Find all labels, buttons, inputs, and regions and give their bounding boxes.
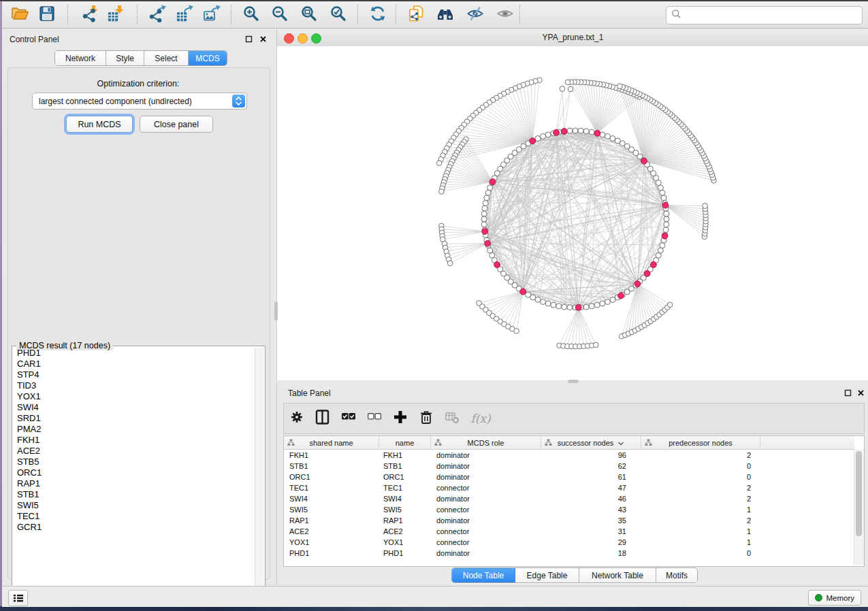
zoom-selected-button[interactable] xyxy=(327,4,350,25)
run-mcds-button[interactable]: Run MCDS xyxy=(66,116,133,133)
zoom-fit-button[interactable] xyxy=(298,4,321,25)
mcds-result-item[interactable]: ORC1 xyxy=(13,467,255,478)
add-column-button[interactable] xyxy=(387,406,413,431)
mcds-result-item[interactable]: FKH1 xyxy=(13,435,255,446)
delete-table-button[interactable] xyxy=(439,406,465,431)
mcds-result-item[interactable]: SWI4 xyxy=(13,402,255,413)
hide-selected-button[interactable] xyxy=(464,4,487,25)
function-builder-button[interactable]: f(x) xyxy=(465,406,496,431)
memory-button[interactable]: Memory xyxy=(808,590,861,606)
mcds-result-item[interactable]: PHD1 xyxy=(13,348,255,359)
table-cell: 62 xyxy=(541,461,641,472)
table-cell: SWI4 xyxy=(379,493,431,504)
zoom-out-button[interactable] xyxy=(268,4,291,25)
table-cell: dominator xyxy=(431,461,541,472)
tab-edge-table[interactable]: Edge Table xyxy=(515,568,579,582)
network-window-titlebar[interactable]: YPA_prune.txt_1 xyxy=(276,29,868,47)
table-panel: Table Panel f(x) shared name name MCDS r… xyxy=(276,383,868,585)
export-network-button[interactable] xyxy=(146,4,169,25)
mcds-result-item[interactable]: SRD1 xyxy=(13,413,255,424)
table-row[interactable]: ACE2ACE2connector311 xyxy=(284,526,760,537)
column-header-filler xyxy=(760,436,854,449)
float-panel-icon[interactable] xyxy=(244,35,253,44)
memory-status-dot xyxy=(815,594,822,601)
mcds-result-item[interactable]: ACE2 xyxy=(13,446,255,457)
table-cell: connector xyxy=(431,504,541,515)
refresh-button[interactable] xyxy=(366,4,389,25)
export-table-button[interactable] xyxy=(173,4,196,25)
mcds-result-item[interactable]: SWI5 xyxy=(13,500,255,511)
column-header-shared-name[interactable]: shared name xyxy=(284,436,379,449)
tab-style[interactable]: Style xyxy=(106,51,144,65)
network-canvas[interactable] xyxy=(276,46,868,380)
column-header-name[interactable]: name xyxy=(379,436,431,449)
save-session-button[interactable] xyxy=(35,4,59,25)
table-row[interactable]: RAP1RAP1dominator352 xyxy=(284,515,760,526)
export-image-button[interactable] xyxy=(200,4,223,25)
screen: Control Panel NetworkStyleSelectMCDS Opt… xyxy=(0,0,868,611)
tab-node-table[interactable]: Node Table xyxy=(452,568,515,582)
mcds-result-item[interactable]: PMA2 xyxy=(13,424,255,435)
column-header-successor-nodes[interactable]: successor nodes xyxy=(541,436,641,449)
search-binoculars-button[interactable] xyxy=(434,4,457,25)
delete-column-button[interactable] xyxy=(413,406,439,431)
table-scrollbar[interactable] xyxy=(854,449,864,565)
float-table-panel-icon[interactable] xyxy=(843,389,852,397)
table-cell: TEC1 xyxy=(379,482,431,493)
task-history-button[interactable] xyxy=(8,590,28,606)
table-row[interactable]: ORC1ORC1dominator610 xyxy=(284,472,760,482)
network-from-selection-button[interactable] xyxy=(405,4,428,25)
table-row[interactable]: SWI5SWI5connector431 xyxy=(284,504,760,515)
search-box[interactable] xyxy=(666,6,863,24)
close-table-panel-icon[interactable] xyxy=(856,389,865,397)
mcds-result-item[interactable]: STB1 xyxy=(13,489,255,500)
mcds-result-group: MCDS result (17 nodes) PHD1CAR1STP4TID3Y… xyxy=(12,346,266,601)
mcds-result-item[interactable]: TEC1 xyxy=(13,511,255,522)
mcds-result-item[interactable]: RAP1 xyxy=(13,478,255,489)
table-cell: 1 xyxy=(641,537,760,548)
mcds-list-scrollbar[interactable] xyxy=(255,348,264,598)
vertical-splitter-handle[interactable] xyxy=(274,301,278,320)
table-row[interactable]: YOX1YOX1connector291 xyxy=(284,537,760,548)
column-header-MCDS-role[interactable]: MCDS role xyxy=(431,436,541,449)
table-cell: YOX1 xyxy=(284,537,379,548)
deselect-all-checkboxes-button[interactable] xyxy=(361,406,387,431)
tab-motifs[interactable]: Motifs xyxy=(656,568,697,582)
import-table-button[interactable] xyxy=(104,4,127,25)
zoom-in-button[interactable] xyxy=(240,4,263,25)
select-all-checkboxes-button[interactable] xyxy=(336,406,361,431)
table-row[interactable]: PHD1PHD1dominator180 xyxy=(284,548,760,559)
open-file-button[interactable] xyxy=(8,4,31,25)
criterion-select[interactable]: largest connected component (undirected) xyxy=(32,93,247,110)
close-panel-button[interactable]: Close panel xyxy=(140,116,213,133)
table-cell: 61 xyxy=(541,472,641,482)
table-scrollbar-thumb[interactable] xyxy=(856,451,862,536)
save-session-icon xyxy=(38,5,56,25)
settings-gear-button[interactable] xyxy=(284,406,310,431)
mcds-result-item[interactable]: STP4 xyxy=(13,369,255,380)
mcds-result-item[interactable]: CAR1 xyxy=(13,359,255,369)
mcds-result-item[interactable]: TID3 xyxy=(13,380,255,391)
table-row[interactable]: FKH1FKH1dominator962 xyxy=(284,450,760,461)
import-network-button[interactable] xyxy=(78,4,101,25)
show-columns-button[interactable] xyxy=(310,406,336,431)
table-cell: RAP1 xyxy=(379,515,431,526)
column-header-predecessor-nodes[interactable]: predecessor nodes xyxy=(641,436,760,449)
table-row[interactable]: SWI4SWI4dominator462 xyxy=(284,493,760,504)
tab-network[interactable]: Network xyxy=(55,51,106,65)
table-row[interactable]: STB1STB1dominator620 xyxy=(284,461,760,472)
zoom-fit-icon xyxy=(300,5,318,25)
close-panel-icon[interactable] xyxy=(259,35,268,44)
table-row[interactable]: TEC1TEC1connector472 xyxy=(284,482,760,493)
table-cell: 0 xyxy=(641,548,760,559)
mcds-result-item[interactable]: YOX1 xyxy=(13,391,255,402)
mcds-result-item[interactable]: STB5 xyxy=(13,457,255,467)
search-input[interactable] xyxy=(684,10,862,21)
import-network-icon xyxy=(81,5,99,25)
mcds-result-item[interactable]: GCR1 xyxy=(13,522,255,533)
tab-mcds[interactable]: MCDS xyxy=(189,51,227,65)
show-all-button[interactable] xyxy=(494,4,517,25)
tab-network-table[interactable]: Network Table xyxy=(579,568,656,582)
network-from-selection-icon xyxy=(408,5,425,25)
tab-select[interactable]: Select xyxy=(144,51,189,65)
